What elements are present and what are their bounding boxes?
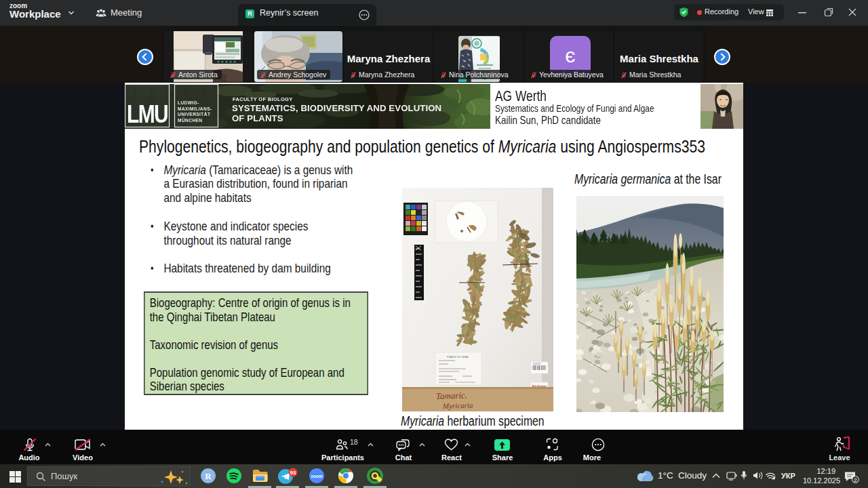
svg-text:93: 93 [290,470,296,476]
svg-text:K000723: K000723 [533,363,541,365]
svg-text:FACULTY OF BIOLOGY: FACULTY OF BIOLOGY [233,96,292,102]
svg-text:MAXIMILIANS-: MAXIMILIANS- [178,106,212,111]
svg-text:PLANTS OF CHINA: PLANTS OF CHINA [447,356,469,359]
svg-text:LUDWIG-: LUDWIG- [178,100,199,105]
svg-text:SYSTEMATICS, BIODIVERSITY AND: SYSTEMATICS, BIODIVERSITY AND EVOLUTION [232,103,441,113]
svg-text:Tamaric.: Tamaric. [436,390,468,401]
svg-text:zoom: zoom [311,474,323,479]
svg-text:OF PLANTS: OF PLANTS [232,113,283,123]
svg-text:UNIVERSITÄT: UNIVERSITÄT [178,112,210,117]
svg-text:LMU: LMU [127,100,167,128]
svg-text:MÜNCHEN: MÜNCHEN [178,117,203,123]
svg-text:2: 2 [854,477,857,483]
svg-text:R: R [205,471,212,481]
svg-text:Myricaria: Myricaria [442,401,473,410]
